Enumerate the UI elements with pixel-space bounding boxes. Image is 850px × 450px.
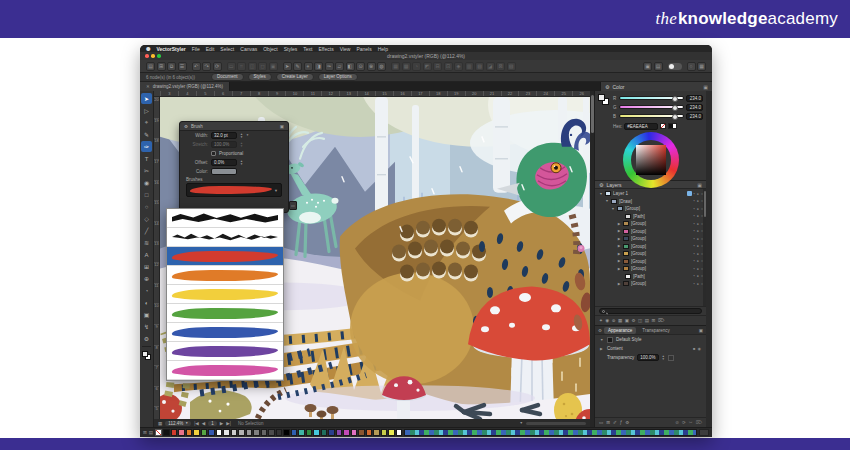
color-swatch[interactable]	[223, 429, 230, 436]
color-swatch[interactable]	[178, 429, 185, 436]
toolbar-button[interactable]: ⊙	[356, 62, 365, 71]
tool-button[interactable]: ▷	[141, 105, 152, 116]
channel-slider[interactable]	[619, 96, 684, 100]
history-button[interactable]: ↷	[202, 62, 211, 71]
zoom-level-select[interactable]: 112.4%▼	[165, 421, 191, 426]
channel-value-field[interactable]: 234.0	[686, 104, 703, 111]
layer-row[interactable]: ▶ [Group] ▪ ● ○	[595, 280, 706, 288]
visibility-icon[interactable]: ●	[697, 222, 699, 226]
document-tab[interactable]: ✕ drawing2.vstyler (RGB) (@112.4%)	[140, 82, 230, 91]
width-stepper[interactable]: ▲▼	[240, 133, 243, 139]
toolbar-button[interactable]: ◫	[248, 62, 257, 71]
gear-icon[interactable]: ⚙	[605, 84, 609, 90]
layer-row[interactable]: ▼ [Group] ▪ ● ○	[595, 205, 706, 213]
expand-arrow-icon[interactable]: ▶	[617, 259, 621, 263]
visibility-icon[interactable]: ●	[697, 267, 699, 271]
layers-tool-icon[interactable]: ⊚	[612, 318, 616, 323]
appearance-tool-icon[interactable]: ⊞	[606, 420, 610, 425]
color-swatch[interactable]	[193, 429, 200, 436]
appearance-tool-icon[interactable]: ✂	[689, 420, 693, 425]
appearance-tool-icon[interactable]: ƒ	[620, 420, 623, 425]
toolbar-button[interactable]: ⊞	[157, 62, 166, 71]
expand-arrow-icon[interactable]: ▼	[605, 199, 609, 203]
color-swatch[interactable]	[283, 429, 290, 436]
chevron-down-icon[interactable]: ▼	[274, 188, 278, 193]
appearance-tool-icon[interactable]: ⊘	[675, 420, 679, 425]
expand-arrow-icon[interactable]: ▶	[617, 222, 621, 226]
toolbar-button[interactable]: ◻	[258, 62, 267, 71]
color-swatch[interactable]	[396, 429, 403, 436]
offset-input[interactable]: 0.0%	[211, 159, 237, 166]
stretch-stepper[interactable]: ▲▼	[240, 142, 243, 148]
fill-stroke-swatches[interactable]	[598, 94, 609, 105]
layer-name[interactable]: [Group]	[631, 236, 685, 241]
layers-tool-icon[interactable]: ⚙	[632, 318, 636, 323]
none-swatch[interactable]	[155, 429, 162, 436]
fill-stroke-swatches[interactable]	[142, 351, 151, 360]
layer-name[interactable]: [Group]	[631, 221, 685, 226]
layer-row[interactable]: ▼ [Draw] ▪ ● ○	[595, 198, 706, 206]
expand-arrow-icon[interactable]: ▼	[599, 192, 603, 196]
color-swatch[interactable]	[388, 429, 395, 436]
layer-name[interactable]: [Group]	[631, 259, 685, 264]
chevron-down-icon[interactable]: ▼	[520, 421, 523, 425]
layer-row[interactable]: ▶ [Group] ▪ ● ○	[595, 258, 706, 266]
layers-tool-icon[interactable]: ✦	[599, 318, 603, 323]
layer-name[interactable]: [Draw]	[619, 199, 685, 204]
visibility-icon[interactable]: ●	[697, 274, 699, 278]
layer-row[interactable]: ▶ [Group] ▪ ● ○	[595, 220, 706, 228]
toolbar-button[interactable]: ▭	[227, 62, 236, 71]
menu-item[interactable]: VectorStyler	[156, 46, 185, 52]
color-swatch[interactable]	[381, 429, 388, 436]
color-swatch[interactable]	[208, 429, 215, 436]
delete-brush-button[interactable]: ▭	[289, 201, 297, 210]
lock-icon[interactable]: ▪	[694, 267, 695, 271]
toolbar-button[interactable]: ⊗	[367, 62, 376, 71]
toolbar-button[interactable]: ◪	[486, 62, 495, 71]
visibility-icon[interactable]: ●	[697, 207, 699, 211]
toolbar-button[interactable]: ⊡	[444, 62, 453, 71]
layer-name[interactable]: [Group]	[631, 244, 685, 249]
layers-scrollbar[interactable]	[703, 189, 706, 306]
toolbar-button[interactable]: ▦	[391, 62, 400, 71]
tool-button[interactable]: ▣	[141, 309, 152, 320]
menu-item[interactable]: Panels	[356, 46, 371, 52]
lock-icon[interactable]: ▪	[694, 252, 695, 256]
menu-item[interactable]: Canvas	[240, 46, 257, 52]
menu-item[interactable]: Help	[378, 46, 388, 52]
tool-button[interactable]: A	[141, 249, 152, 260]
brush-preview-dropdown[interactable]: ▼	[186, 183, 282, 197]
tab-appearance[interactable]: Appearance	[604, 327, 636, 334]
color-swatch[interactable]	[313, 429, 320, 436]
toolbar-button[interactable]: ◩	[423, 62, 432, 71]
menu-item[interactable]: View	[340, 46, 351, 52]
toolbar-button[interactable]: ☰	[178, 62, 187, 71]
toolbar-button[interactable]: ◈	[454, 62, 463, 71]
tool-button[interactable]: ✑	[141, 141, 152, 152]
stretch-input[interactable]: 100.0%	[211, 141, 237, 148]
color-swatch[interactable]	[306, 429, 313, 436]
visibility-icon[interactable]: ●	[697, 252, 699, 256]
color-swatch[interactable]	[321, 429, 328, 436]
brush-panel[interactable]: ⚙ Brush ▣ Width: 32.0 pt ▲▼ ▼ Stretch: 1…	[179, 121, 289, 213]
toolbar-button[interactable]: ▤	[146, 62, 155, 71]
lock-icon[interactable]: ▪	[694, 214, 695, 218]
gear-icon[interactable]: ⚙	[598, 328, 602, 333]
context-button[interactable]: Styles	[248, 73, 272, 82]
context-button[interactable]: Layer Options	[318, 73, 358, 82]
visibility-icon[interactable]: ●	[697, 237, 699, 241]
context-button[interactable]: Document	[211, 73, 244, 82]
toolbar-button[interactable]: ◨	[314, 62, 323, 71]
color-swatch[interactable]	[276, 429, 283, 436]
toolbar-button[interactable]: ◍	[377, 62, 386, 71]
no-color-swatch[interactable]	[660, 123, 666, 129]
menu-item[interactable]: Object	[263, 46, 277, 52]
lock-icon[interactable]: ▪	[694, 192, 695, 196]
color-panel-header[interactable]: ⚙ Color ▣	[600, 82, 712, 91]
transparency-stepper[interactable]: ▲▼	[662, 355, 665, 361]
layer-name[interactable]: [Path]	[633, 214, 685, 219]
color-swatch[interactable]	[261, 429, 268, 436]
menu-item[interactable]: Select	[220, 46, 234, 52]
layers-tool-icon[interactable]: ◉	[605, 318, 609, 323]
close-tab-icon[interactable]: ✕	[146, 84, 150, 89]
